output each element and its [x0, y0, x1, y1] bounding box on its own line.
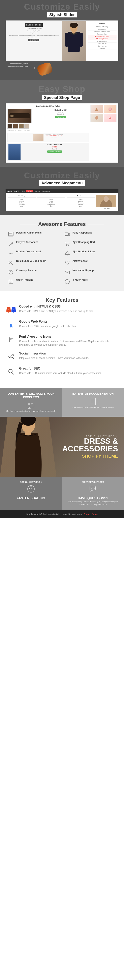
- col-item-a3[interactable]: Wallets: [37, 202, 65, 204]
- key-feature-seo-text: Great for SEO Coded with SEO in mind mak…: [19, 367, 101, 375]
- kf-title-social: Social Integration: [19, 352, 89, 355]
- feature-admin-title: Powerful Admin Panel: [16, 231, 42, 234]
- key-features-divider: Key Features: [4, 297, 120, 303]
- product-title: Leather Belt & Bifold Wallet: [8, 105, 89, 108]
- col-item-5[interactable]: Pants: [8, 206, 35, 207]
- megamenu-logo: HYPE SHOES: [8, 190, 19, 192]
- svg-point-29: [10, 253, 11, 254]
- svg-point-79: [93, 488, 93, 488]
- feature-carousel-title: Product Owl carousel: [16, 250, 41, 253]
- kf-desc-html5: Coded with HTML 5 and CSS 3 your website…: [19, 309, 94, 313]
- svg-point-49: [67, 282, 68, 282]
- svg-point-55: [12, 358, 13, 359]
- nav-item-accessories[interactable]: Accessories: [41, 190, 51, 192]
- docs-title: EXTENSIVE Documentation: [65, 392, 121, 395]
- feature-carousel-text: Product Owl carousel: [16, 250, 41, 253]
- fashion-main-title-2: ACCESSORIES: [62, 445, 118, 453]
- shopping-btn[interactable]: Continue Shopping: [47, 150, 62, 153]
- compact-product-preview: RADIANT COMPACT POWDER REGULAR PRICE $14…: [8, 133, 89, 142]
- svg-rect-51: [9, 337, 10, 342]
- product-controls: $50.00 USD Size: M Quantity: 1 Add to Ca…: [32, 109, 89, 123]
- svg-rect-18: [9, 233, 11, 234]
- col-item-a1[interactable]: Bags: [37, 199, 65, 200]
- slider-cta-button[interactable]: SHOP NOW: [28, 39, 39, 41]
- box-experts: OUR EXPERTS WILL solve your problems Con…: [0, 388, 62, 417]
- col-item-f3[interactable]: Sneakers: [67, 202, 95, 204]
- svg-text:$: $: [10, 271, 11, 274]
- svg-point-10: [109, 108, 111, 110]
- col-item-4[interactable]: Sweaters: [8, 204, 35, 206]
- svg-point-48: [66, 282, 67, 282]
- kf-title-seo: Great for SEO: [19, 367, 101, 370]
- customize-icon: [8, 241, 14, 247]
- feature-zoom: Quick Shop & Good Zoom: [8, 259, 60, 266]
- svg-marker-52: [10, 337, 13, 340]
- makeup-item-1: [90, 105, 103, 113]
- svg-rect-65: [90, 398, 96, 405]
- nav-item-men[interactable]: Men: [21, 190, 26, 192]
- feature-wishlist: Ajax Wishlist: [64, 259, 116, 266]
- svg-point-30: [9, 253, 10, 254]
- col-item-f1[interactable]: Boots: [67, 199, 95, 200]
- carousel-icon: [8, 250, 14, 256]
- megamenu-bar: HYPE SHOES Men Women Clothing Accessorie…: [6, 189, 118, 193]
- feature-ajax-cart-title: Ajax Shopping Cart: [72, 241, 95, 243]
- support-forum-link[interactable]: Support forum: [84, 513, 98, 515]
- key-feature-font-awesome: Font-Awesome Icons Choose from thousands…: [4, 335, 120, 347]
- panel-row-6: Waiting for item: [88, 38, 116, 40]
- col-item-f5[interactable]: Flats: [67, 206, 95, 207]
- col-item-f2[interactable]: Sandals: [67, 200, 95, 202]
- product-thumbnails: [8, 124, 89, 129]
- svg-line-59: [12, 372, 13, 374]
- svg-rect-22: [65, 233, 68, 235]
- jeans-preview: REGULAR FIT JEAN $45.00 Size: 32 Continu…: [8, 143, 89, 161]
- kf-desc-social: Integrated with all social elements. Sha…: [19, 356, 89, 360]
- nav-item-clothing[interactable]: Clothing: [34, 190, 41, 192]
- feature-wishlist-text: Ajax Wishlist: [72, 259, 88, 262]
- tracking-icon: [8, 278, 14, 285]
- megamenu-col-footwear: Footwear Boots Sandals Sneakers Loafers …: [67, 195, 95, 209]
- col-item-3[interactable]: Jackets: [8, 202, 35, 204]
- svg-line-35: [12, 264, 13, 265]
- fashion-sub-text: Shopify Theme: [62, 453, 118, 459]
- col-item-a2[interactable]: Belts: [37, 200, 65, 202]
- col-item-1[interactable]: Shirts: [8, 199, 35, 200]
- add-to-cart-button[interactable]: Add to Cart: [55, 116, 66, 118]
- feature-currency-text: Currency Switcher: [16, 269, 37, 272]
- shop-product-left: Leather Belt & Bifold Wallet $50.00 USD …: [8, 105, 89, 161]
- key-divider-right: [81, 300, 97, 300]
- col-item-f4[interactable]: Loafers: [67, 204, 95, 206]
- feature-currency: $ Currency Switcher: [8, 269, 60, 275]
- box-documentation: EXTENSIVE Documentation Learn how to use…: [62, 388, 124, 417]
- feature-admin-text: Powerful Admin Panel: [16, 231, 42, 234]
- svg-rect-17: [8, 232, 13, 236]
- sub-title-3: Advanced Megamenu: [39, 180, 85, 186]
- feature-more: & Much More!: [64, 278, 116, 285]
- svg-rect-8: [96, 108, 97, 110]
- megamenu-preview: HYPE SHOES Men Women Clothing Accessorie…: [6, 189, 118, 211]
- docs-desc: Learn how to use WUSO from our User Guid…: [65, 406, 121, 409]
- col-item-a5[interactable]: Hats: [37, 206, 65, 207]
- makeup-item-2: [104, 105, 117, 113]
- section-megamenu: Customize Easily Advanced Megamenu HYPE …: [0, 167, 124, 215]
- feature-admin-panel: Powerful Admin Panel: [8, 231, 60, 238]
- svg-rect-21: [8, 236, 13, 237]
- slider-annotation: Choose the fonts, colors slider control …: [4, 61, 120, 76]
- shop-right-panel: [90, 105, 116, 122]
- slider-promo-text: Customize anything offer Customize Anyth…: [8, 28, 60, 38]
- feature-responsive-title: Fully Responsive: [72, 231, 92, 234]
- feature-responsive: Fully Responsive: [64, 231, 116, 238]
- google-g-icon: g: [6, 320, 16, 330]
- col-item-a4[interactable]: Sunglasses: [37, 204, 65, 206]
- nav-item-women[interactable]: Women: [26, 190, 33, 192]
- speed-icon: [3, 485, 59, 494]
- html5-css3-icon: 5 3: [6, 305, 16, 315]
- feature-customize-text: Easy To Customize: [16, 241, 38, 243]
- faster-subtitle: Top Quality SEO +: [3, 481, 59, 483]
- key-feature-html5-text: Coded with HTML5 & CSS3 Coded with HTML …: [19, 305, 94, 313]
- experts-desc: Contact our experts & solve your problem…: [3, 410, 59, 413]
- col-item-2[interactable]: T-Shirts: [8, 200, 35, 202]
- panel-row-4: Navigation Item: [88, 33, 116, 35]
- section-customize-slider: Customize Easily Stylish Slider BACK IN …: [0, 0, 124, 80]
- panel-row-8: Store item list: [88, 43, 116, 45]
